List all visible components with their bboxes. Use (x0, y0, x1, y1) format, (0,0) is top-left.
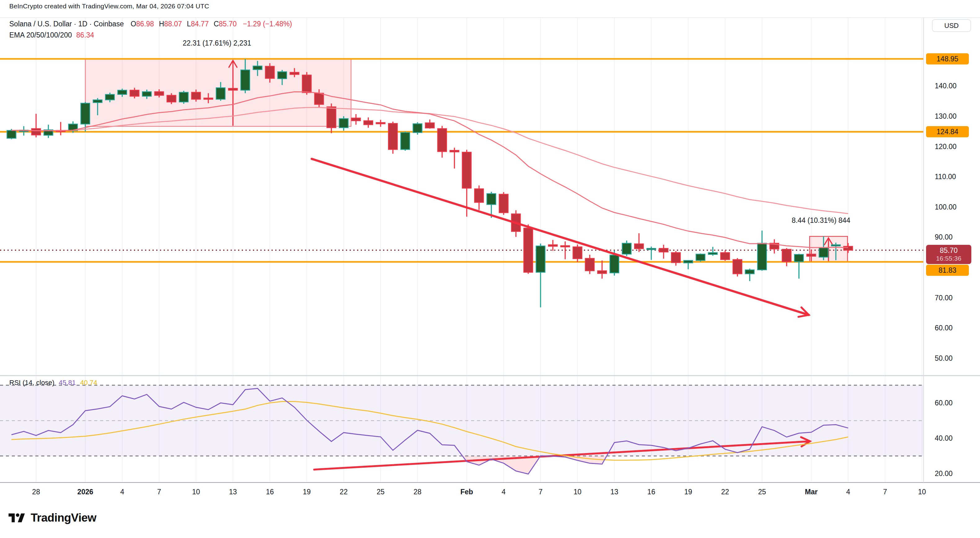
time-axis-label[interactable]: 13 (611, 488, 619, 496)
symbol-legend[interactable]: Solana / U.S. Dollar · 1D · CoinbaseO86.… (9, 20, 292, 28)
candle-body[interactable] (130, 90, 139, 96)
time-axis-label[interactable]: 13 (229, 488, 237, 496)
candle-body[interactable] (105, 94, 115, 100)
time-axis-label[interactable]: 25 (377, 488, 385, 496)
time-axis-label[interactable]: 7 (157, 488, 161, 496)
candle-body[interactable] (610, 255, 619, 273)
range-measurement-label-1[interactable]: 22.31 (17.61%) 2,231 (183, 39, 251, 48)
candle-body[interactable] (364, 121, 373, 125)
candle-body[interactable] (7, 131, 16, 138)
candle-body[interactable] (438, 129, 447, 151)
symbol-title[interactable]: Solana / U.S. Dollar · 1D · Coinbase (9, 20, 124, 28)
candle-body[interactable] (81, 103, 90, 124)
candle-body[interactable] (757, 243, 767, 270)
time-axis-label[interactable]: 10 (573, 488, 581, 496)
tradingview-logo[interactable]: TradingView (7, 511, 96, 524)
candle-body[interactable] (844, 247, 853, 250)
candle-body[interactable] (561, 246, 570, 247)
time-axis-label[interactable]: 22 (721, 488, 729, 496)
candle-body[interactable] (573, 247, 582, 259)
time-axis-label[interactable]: Feb (460, 488, 473, 496)
time-axis-label[interactable]: 4 (846, 488, 850, 496)
candle-body[interactable] (622, 243, 631, 254)
candle-body[interactable] (548, 245, 557, 247)
candle-body[interactable] (671, 253, 680, 263)
candle-body[interactable] (474, 189, 484, 202)
time-axis-label[interactable]: 16 (266, 488, 274, 496)
candle-body[interactable] (635, 244, 643, 249)
candle-body[interactable] (733, 260, 742, 274)
candle-body[interactable] (450, 150, 459, 152)
ohlc-value: 86.98 (136, 20, 154, 28)
time-axis-label[interactable]: 19 (303, 488, 311, 496)
candle-body[interactable] (745, 270, 754, 274)
time-axis-label[interactable]: 4 (502, 488, 506, 496)
candle-body[interactable] (155, 92, 164, 96)
time-axis-label[interactable]: 7 (539, 488, 542, 496)
candle-body[interactable] (782, 249, 791, 261)
candle-body[interactable] (696, 254, 705, 260)
candle-body[interactable] (388, 123, 397, 150)
candle-body[interactable] (598, 271, 606, 274)
candle-body[interactable] (93, 100, 102, 103)
time-axis-label[interactable]: Mar (805, 488, 818, 496)
rsi-title: RSI (14, close) (9, 379, 54, 387)
candle-body[interactable] (401, 133, 410, 150)
candle-body[interactable] (819, 248, 828, 257)
currency-toggle-button[interactable]: USD (932, 19, 971, 32)
time-axis-label[interactable]: 28 (414, 488, 422, 496)
ohlc-value: 88.07 (164, 20, 182, 28)
candle-body[interactable] (487, 194, 496, 205)
candle-body[interactable] (118, 90, 127, 94)
candle-body[interactable] (32, 129, 41, 135)
candle-body[interactable] (647, 248, 656, 250)
candle-body[interactable] (425, 123, 434, 128)
time-axis-label[interactable]: 22 (340, 488, 348, 496)
rsi-legend[interactable]: RSI (14, close)45.8140.74 (9, 379, 97, 387)
time-axis-label[interactable]: 10 (918, 488, 926, 496)
price-trendline[interactable] (312, 159, 809, 315)
candle-body[interactable] (265, 66, 274, 78)
candle-body[interactable] (462, 152, 471, 188)
candle-body[interactable] (339, 119, 348, 128)
time-axis-label[interactable]: 10 (192, 488, 200, 496)
candle-body[interactable] (352, 118, 360, 121)
candle-body[interactable] (413, 124, 422, 132)
candle-body[interactable] (684, 261, 693, 263)
candle-body[interactable] (807, 254, 816, 256)
candle-body[interactable] (191, 92, 200, 99)
candle-body[interactable] (302, 75, 311, 93)
candle-body[interactable] (327, 107, 336, 128)
candle-body[interactable] (216, 88, 225, 99)
candle-body[interactable] (142, 92, 151, 96)
candle-body[interactable] (179, 92, 188, 102)
candle-body[interactable] (708, 253, 717, 255)
candle-body[interactable] (659, 248, 668, 252)
time-axis-label[interactable]: 4 (120, 488, 124, 496)
candle-body[interactable] (204, 98, 213, 99)
time-axis-label[interactable]: 28 (32, 488, 40, 496)
candle-body[interactable] (241, 70, 250, 90)
time-axis-label[interactable]: 25 (758, 488, 766, 496)
candle-body[interactable] (499, 194, 508, 213)
candle-body[interactable] (278, 72, 287, 78)
candle-body[interactable] (290, 72, 299, 74)
candle-body[interactable] (167, 96, 176, 102)
candle-body[interactable] (253, 66, 262, 70)
candle-body[interactable] (228, 88, 237, 90)
time-axis-label[interactable]: 7 (883, 488, 887, 496)
candle-body[interactable] (376, 123, 385, 124)
ema-legend[interactable]: EMA 20/50/100/20086.34 (9, 31, 94, 39)
candle-body[interactable] (585, 258, 594, 271)
candle-body[interactable] (721, 253, 730, 259)
candle-body[interactable] (536, 246, 545, 272)
candle-body[interactable] (524, 228, 533, 272)
time-axis-label[interactable]: 2026 (78, 488, 93, 496)
range-measurement-label-2[interactable]: 8.44 (10.31%) 844 (792, 216, 850, 225)
price-axis-label: 110.00 (935, 172, 956, 181)
candle-body[interactable] (315, 93, 324, 104)
candle-body[interactable] (794, 255, 803, 261)
candle-body[interactable] (831, 245, 840, 246)
time-axis-label[interactable]: 19 (684, 488, 692, 496)
time-axis-label[interactable]: 16 (648, 488, 655, 496)
